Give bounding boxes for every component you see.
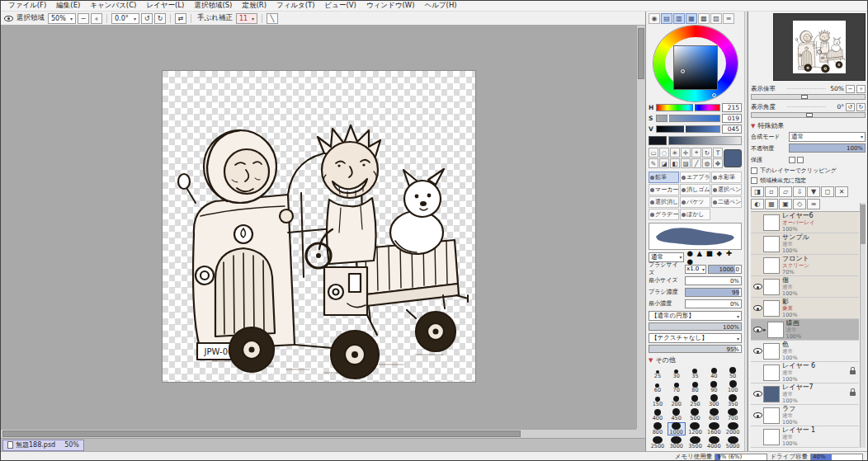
brush-tool-item[interactable]: 選択ペン <box>711 184 742 195</box>
layer-row[interactable]: 個通常100% <box>751 276 859 298</box>
brush-size-preset[interactable]: 25 <box>649 366 667 379</box>
layer-row[interactable]: レイヤー 1通常100% <box>751 426 859 448</box>
brush-size-preset[interactable]: 400 <box>649 408 667 421</box>
brush-size-preset[interactable]: 80 <box>686 380 705 393</box>
color-gradient-strip[interactable] <box>668 136 742 145</box>
hand-icon[interactable]: ✥ <box>713 158 723 168</box>
brush-shape-strength-slider[interactable]: 100% <box>649 322 742 331</box>
brush-tool-item[interactable]: 選択消し <box>649 196 679 208</box>
layer-row[interactable]: 色通常100% <box>751 341 859 362</box>
layer-row[interactable]: 影乗算100% <box>751 298 859 319</box>
stencil-icon[interactable]: ▦ <box>765 199 778 209</box>
brush-size-preset[interactable]: 300 <box>705 394 723 407</box>
layer-menu-icon[interactable]: ≡ <box>807 199 820 209</box>
layer-visibility-toggle[interactable] <box>752 391 763 397</box>
protect-lock-checkbox[interactable] <box>797 157 804 163</box>
brush-size-unit-dropdown[interactable]: x1.0▾ <box>685 265 706 274</box>
palette-menu-icon[interactable]: ≡ <box>723 13 734 24</box>
display-angle-ccw-button[interactable]: ↺ <box>846 103 855 111</box>
layer-row[interactable]: レイヤー 6通常100% <box>751 362 859 383</box>
brush-size-preset[interactable]: 2500 <box>649 436 667 449</box>
brush-size-preset[interactable]: 3000 <box>668 436 686 449</box>
zoom-icon[interactable]: ⌖ <box>691 148 701 158</box>
layer-row[interactable]: フロントスクリーン70% <box>751 255 859 276</box>
clipping-icon[interactable]: ◨ <box>751 186 764 197</box>
secondary-color-swatch[interactable] <box>649 136 667 145</box>
folder-expand-icon[interactable]: ▸ <box>763 327 767 333</box>
brush-shape-dropdown[interactable]: 【テクスチャなし】▾ <box>649 333 742 343</box>
brush-size-preset[interactable]: 200 <box>668 394 686 407</box>
layer-visibility-toggle[interactable] <box>752 305 763 311</box>
eraser-icon[interactable]: ◪ <box>659 158 669 168</box>
display-zoom-slider[interactable] <box>751 94 866 100</box>
brush-tool-item[interactable]: 水彩筆 <box>711 172 742 183</box>
lock-opacity-icon[interactable]: ▣ <box>779 199 792 209</box>
layer-row[interactable]: レイヤー6オーバーレイ100% <box>751 212 859 233</box>
brush-size-preset[interactable]: 500 <box>686 408 705 421</box>
layer-row[interactable]: ラフ通常100% <box>751 405 859 426</box>
detect-source-checkbox[interactable] <box>751 177 757 184</box>
layer-row[interactable]: レイヤー7通常100% <box>751 383 859 405</box>
link-layer-icon[interactable]: ◇ <box>793 199 806 209</box>
v-slider[interactable] <box>656 125 720 133</box>
canvas-viewport[interactable] <box>1 26 645 438</box>
hsv-sliders-tab-icon[interactable]: ▥ <box>673 13 685 24</box>
brush-size-preset[interactable]: 600 <box>705 408 723 421</box>
stabilizer-value-box[interactable]: 11 ▾ <box>236 13 257 24</box>
brush-size-preset[interactable]: 60 <box>649 380 667 393</box>
bucket-icon[interactable]: ◧ <box>670 158 680 168</box>
color-mixer-tab-icon[interactable]: ▦ <box>686 13 697 24</box>
display-zoom-in-button[interactable]: ＋ <box>856 85 866 93</box>
menu-item[interactable]: ファイル(F) <box>3 1 51 11</box>
brush-size-preset[interactable]: 90 <box>705 380 723 393</box>
zoom-out-button[interactable]: − <box>78 13 89 24</box>
sv-marker[interactable] <box>681 69 685 73</box>
display-angle-slider[interactable] <box>751 112 866 118</box>
brush-size-preset[interactable]: 100 <box>724 380 742 393</box>
brush-tool-item[interactable]: グラデーション <box>649 209 679 220</box>
navigator-viewport[interactable] <box>773 13 866 81</box>
merge-down-icon[interactable]: ▼ <box>807 186 820 197</box>
brush-tool-item[interactable]: 二値ペン <box>711 196 742 208</box>
menu-item[interactable]: キャンバス(C) <box>85 1 141 11</box>
menu-item[interactable]: ヘルプ(H) <box>420 1 462 11</box>
s-slider[interactable] <box>656 115 720 122</box>
flip-view-button[interactable]: ⇄ <box>175 13 186 24</box>
zoom-in-button[interactable]: ＋ <box>91 13 102 24</box>
menu-item[interactable]: レイヤー(L) <box>141 1 189 11</box>
color-wheel-tab-icon[interactable]: ◉ <box>649 13 660 24</box>
layer-row[interactable]: サンプル通常100% <box>751 233 859 255</box>
select-pen-icon[interactable]: ◍ <box>702 158 712 168</box>
move-icon[interactable]: ✛ <box>681 148 691 158</box>
new-folder-icon[interactable]: ▱ <box>779 186 792 197</box>
swatches-tab-icon[interactable]: ▩ <box>698 13 710 24</box>
rect-select-icon[interactable]: ▭ <box>649 148 658 158</box>
layer-list-scrollbar[interactable] <box>860 203 866 448</box>
horizontal-scrollbar[interactable] <box>1 429 636 438</box>
current-color-swatch[interactable] <box>724 149 742 167</box>
angle-value-box[interactable]: 0.0° ▾ <box>111 13 139 24</box>
brush-size-preset[interactable]: 450 <box>668 408 686 421</box>
brush-param-slider[interactable]: 1000.0 <box>708 265 742 274</box>
color-wheel[interactable] <box>653 26 738 101</box>
brush-shape-dropdown[interactable]: 【通常の円形】▾ <box>649 311 742 321</box>
eyedropper-icon[interactable]: ╱ <box>691 158 701 168</box>
brush-param-slider[interactable]: 0% <box>685 299 742 308</box>
brush-size-preset[interactable]: 350 <box>724 394 742 407</box>
rotate-cw-button[interactable]: ↻ <box>154 13 166 24</box>
vertical-scrollbar[interactable] <box>636 26 645 429</box>
menu-item[interactable]: ウィンドウ(W) <box>361 1 420 11</box>
brush-tool-item[interactable]: マーカー <box>649 184 679 195</box>
display-angle-cw-button[interactable]: ↻ <box>856 103 866 111</box>
hue-marker[interactable] <box>712 93 716 97</box>
menu-item[interactable]: 定規(R) <box>237 1 271 11</box>
menu-item[interactable]: 編集(E) <box>51 1 85 11</box>
brush-size-preset[interactable]: 1000 <box>668 422 686 435</box>
document-tab[interactable]: 無題188.psd 50% <box>2 440 84 451</box>
zoom-value-box[interactable]: 50% ▾ <box>48 13 76 24</box>
blend-mode-dropdown[interactable]: 通常 ▾ <box>789 132 866 142</box>
other-settings-header[interactable]: ▼ その他 <box>649 355 742 365</box>
brush-size-preset[interactable]: 1600 <box>705 422 723 435</box>
brush-param-slider[interactable]: 0% <box>685 276 742 285</box>
brush-size-preset[interactable]: 250 <box>686 394 705 407</box>
